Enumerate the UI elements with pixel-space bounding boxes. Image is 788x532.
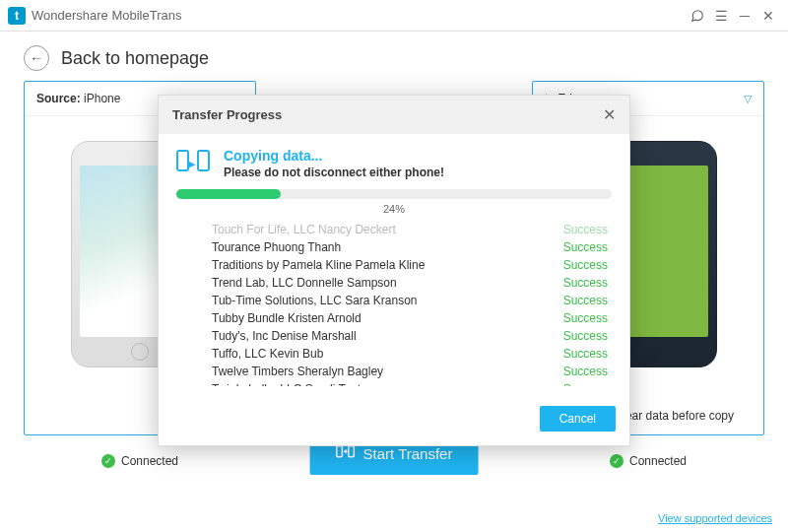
item-name: Tudy's, Inc Denise Marshall xyxy=(212,329,357,343)
item-status: Success xyxy=(563,329,608,343)
list-item: Twelve Timbers Sheralyn BagleySuccess xyxy=(212,363,608,380)
item-name: Twelve Timbers Sheralyn Bagley xyxy=(212,365,383,378)
item-name: Trend Lab, LLC Donnelle Sampson xyxy=(212,276,397,290)
cancel-button[interactable]: Cancel xyxy=(540,406,616,432)
item-status: Success xyxy=(563,311,608,325)
dialog-title: Transfer Progress xyxy=(172,107,282,122)
progress-fill xyxy=(176,189,281,199)
item-status: Success xyxy=(563,240,608,254)
item-name: Tub-Time Solutions, LLC Sara Kranson xyxy=(212,294,418,307)
list-item: Traditions by Pamela Kline Pamela KlineS… xyxy=(212,256,608,274)
item-name: Tuffo, LLC Kevin Bub xyxy=(212,347,323,361)
list-item: Trend Lab, LLC Donnelle SampsonSuccess xyxy=(212,274,608,292)
warning-label: Please do not disconnect either phone! xyxy=(224,166,444,179)
list-item: Touch For Life, LLC Nancy DeckertSuccess xyxy=(212,221,608,238)
progress-percent: 24% xyxy=(176,203,612,215)
item-status: Success xyxy=(563,258,608,272)
item-status: Success xyxy=(563,365,608,378)
transfer-progress-dialog: Transfer Progress ✕ ▶ Copying data... Pl… xyxy=(158,95,630,446)
list-item: Tuffo, LLC Kevin BubSuccess xyxy=(212,345,608,363)
item-name: Touch For Life, LLC Nancy Deckert xyxy=(212,223,396,236)
list-item: Tub-Time Solutions, LLC Sara KransonSucc… xyxy=(212,292,608,309)
item-name: Tubby Bundle Kristen Arnold xyxy=(212,311,361,325)
dialog-close-button[interactable]: ✕ xyxy=(603,105,616,124)
item-status: Success xyxy=(563,347,608,361)
copying-label: Copying data... xyxy=(224,148,444,164)
dialog-header: Transfer Progress ✕ xyxy=(159,96,629,134)
item-name: Tourance Phuong Thanh xyxy=(212,240,341,254)
transfer-icon: ▶ xyxy=(176,148,210,175)
item-name: Twinkabella, LLC Sandi Tagtmeyer xyxy=(212,382,394,386)
list-item: Tudy's, Inc Denise MarshallSuccess xyxy=(212,327,608,345)
item-status: Success xyxy=(563,276,608,290)
list-item: Tourance Phuong ThanhSuccess xyxy=(212,238,608,256)
transfer-list[interactable]: Touch For Life, LLC Nancy DeckertSuccess… xyxy=(176,221,612,386)
item-status: Success xyxy=(563,223,608,236)
list-item: Tubby Bundle Kristen ArnoldSuccess xyxy=(212,309,608,327)
item-status: Success xyxy=(563,382,608,386)
progress-bar xyxy=(176,189,612,199)
item-name: Traditions by Pamela Kline Pamela Kline xyxy=(212,258,425,272)
list-item: Twinkabella, LLC Sandi TagtmeyerSuccess xyxy=(212,380,608,386)
item-status: Success xyxy=(563,294,608,307)
